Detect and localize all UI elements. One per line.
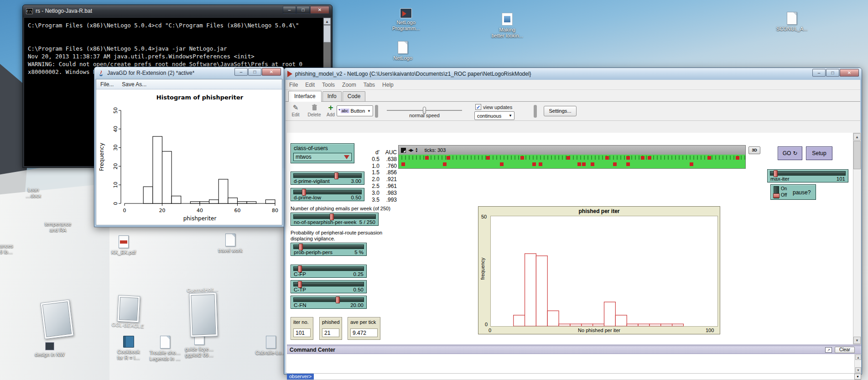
clear-button[interactable]: Clear [835, 347, 855, 353]
netlogo-menubar: FileEditToolsZoomTabsHelp [286, 80, 860, 90]
desktop-icon[interactable]: Makingbetter lookin... [487, 13, 528, 39]
desktop-icon[interactable]: SCONUL_A... [771, 12, 812, 32]
monitor-label: phished [320, 318, 342, 325]
c-fp-slider[interactable]: C-FP0.25 [291, 265, 367, 278]
svg-text:40: 40 [197, 208, 203, 213]
histogram-bar [238, 202, 247, 203]
desktop-icon[interactable]: ances9 lb… [0, 243, 27, 255]
cmd-maximize-button[interactable]: □ [296, 6, 310, 14]
cmd-titlebar[interactable]: C:\ rs - Netlogo-Java-R.bat – □ ✕ [23, 5, 332, 17]
cmd-close-button[interactable]: ✕ [310, 6, 329, 14]
javagd-close-button[interactable]: ✕ [262, 68, 281, 76]
monitor-value: 21 [322, 328, 339, 337]
no-of-spearphish-per-week-slider[interactable]: no-of-spearphish-per-week5 / 250 [291, 213, 379, 226]
view-updates-checkbox[interactable]: ✓ view updates [475, 104, 512, 110]
dauc-value-row: 2.0.921 [366, 176, 398, 183]
menu-item-file[interactable]: File... [96, 81, 118, 88]
desktop-icon-label: Cookbook [108, 349, 149, 355]
output-scrollbar[interactable]: ▲ ▼ [854, 354, 861, 373]
desktop-icon[interactable]: NetLogoProgramm... [385, 8, 426, 31]
netlogo-maximize-button[interactable]: □ [826, 69, 839, 77]
switch-track[interactable] [774, 186, 779, 198]
desktop-icon[interactable]: travel work [210, 234, 251, 254]
agent-square [567, 156, 570, 160]
netlogo-minimize-button[interactable]: – [812, 69, 826, 77]
checkbox-checked-icon[interactable]: ✓ [475, 104, 481, 110]
agent-square [626, 162, 630, 166]
command-center-output[interactable]: ▲ ▼ [287, 354, 861, 374]
agent-row [399, 156, 745, 160]
scrollbar-thumb[interactable] [323, 25, 331, 42]
tab-info[interactable]: Info [322, 91, 342, 101]
world-resize-icon[interactable] [401, 148, 406, 153]
d-prime-vigilant-slider[interactable]: d-prime-vigilant3.00 [291, 172, 364, 185]
go-button[interactable]: GO↻ [778, 146, 802, 160]
cmd-window-title: rs - Netlogo-Java-R.bat [36, 8, 92, 14]
netlogo-titlebar[interactable]: phishing_model_v2 - NetLogo {C:\Users\ka… [284, 68, 862, 80]
update-mode-dropdown[interactable]: continuous ▼ [474, 111, 515, 120]
histogram-bar [172, 196, 181, 203]
class-of-users-chooser[interactable]: class-of-users mtwos [291, 143, 354, 163]
export-icon[interactable]: ↗ [825, 347, 832, 353]
javagd-maximize-button[interactable]: □ [248, 68, 261, 76]
desktop-icon[interactable]: NetLogo [382, 41, 423, 61]
slider-value: 0.25 [353, 271, 364, 277]
netlogo-close-button[interactable]: ✕ [840, 69, 859, 77]
widget-type-dropdown[interactable]: ▾ abc Button ▼ [337, 105, 373, 116]
world-pan-vertical-icon[interactable]: ▲▼ [415, 147, 418, 153]
menu-item-zoom[interactable]: Zoom [338, 82, 360, 88]
scroll-down-icon[interactable]: ▼ [855, 367, 861, 373]
command-input-row[interactable]: observer> ▼ [287, 374, 861, 380]
world-canvas[interactable] [399, 155, 745, 168]
c-tp-slider[interactable]: C-TP0.50 [291, 280, 367, 293]
pause-switch[interactable]: On Off pause? [770, 184, 816, 200]
world-pan-horizontal-icon[interactable]: ◀▶ [408, 148, 413, 152]
javagd-minimize-button[interactable]: – [234, 68, 248, 76]
setup-button[interactable]: Setup [806, 146, 832, 160]
3d-view-button[interactable]: 3D [748, 146, 760, 154]
desktop-icon[interactable]: KK_EK.pdf [103, 235, 144, 255]
prob-periph-pers-slider[interactable]: prob-periph-pers5 % [291, 243, 367, 256]
tab-code[interactable]: Code [343, 91, 366, 101]
max-iter-slider[interactable]: max-iter101 [767, 169, 848, 182]
cmd-minimize-button[interactable]: – [283, 6, 296, 14]
scroll-up-icon[interactable]: ▲ [853, 133, 861, 141]
desktop-icon[interactable]: Loan…docx [13, 187, 54, 199]
desktop-icon[interactable]: temperanceand RA [37, 221, 78, 233]
desktop-icon[interactable]: Cookbookfor R = l… [108, 336, 149, 361]
interface-vertical-scrollbar[interactable]: ▲ ▼ [853, 133, 861, 344]
edit-button[interactable]: ✎ Edit [287, 104, 304, 117]
menu-item-tabs[interactable]: Tabs [360, 82, 379, 88]
scrollbar-thumb[interactable] [853, 141, 861, 169]
prompt-context-dropdown-icon[interactable]: ▼ [854, 374, 861, 380]
tab-interface[interactable]: Interface [288, 91, 322, 102]
javagd-titlebar[interactable]: JavaGD for R-Extension (2) *active* – □ … [94, 67, 284, 79]
menu-item-saveas[interactable]: Save As... [118, 81, 151, 88]
world-view[interactable]: ◀▶ ▲▼ ticks: 303 [398, 145, 746, 169]
add-widget-button[interactable]: + Add [325, 104, 337, 117]
scroll-down-icon[interactable]: ▼ [853, 337, 861, 344]
scroll-up-icon[interactable]: ▲ [855, 354, 861, 360]
menu-item-edit[interactable]: Edit [301, 82, 318, 88]
menu-item-help[interactable]: Help [379, 82, 397, 88]
observer-prompt[interactable]: observer> [287, 374, 314, 380]
photo-thumbnail[interactable] [40, 299, 73, 339]
photo-thumbnail[interactable]: GGL-BEAGLE [117, 295, 140, 323]
settings-button[interactable]: Settings... [544, 106, 577, 116]
chooser-value[interactable]: mtwos [293, 153, 352, 161]
svg-text:Histogram of phishperiter: Histogram of phishperiter [156, 94, 244, 101]
pencil-icon: ✎ [287, 104, 304, 112]
agent-square [532, 162, 536, 166]
c-fn-slider[interactable]: C-FN20.00 [291, 296, 367, 309]
d-prime-low-slider[interactable]: d-prime-low0.50 [291, 188, 364, 201]
menu-item-tools[interactable]: Tools [318, 82, 338, 88]
delete-button[interactable]: Delete [305, 104, 324, 117]
menu-item-file[interactable]: File [286, 82, 301, 88]
desktop-icon-label: for R = l… [108, 355, 149, 361]
desktop-icon[interactable]: design in NW [29, 342, 70, 358]
note-line: Number of phishing emails per week (of 2… [291, 206, 405, 212]
switch-handle[interactable] [773, 193, 780, 198]
scroll-up-icon[interactable]: ▲ [323, 18, 331, 25]
photo-thumbnail[interactable]: GuernelHolt… [189, 292, 218, 337]
speed-slider[interactable] [387, 110, 462, 111]
